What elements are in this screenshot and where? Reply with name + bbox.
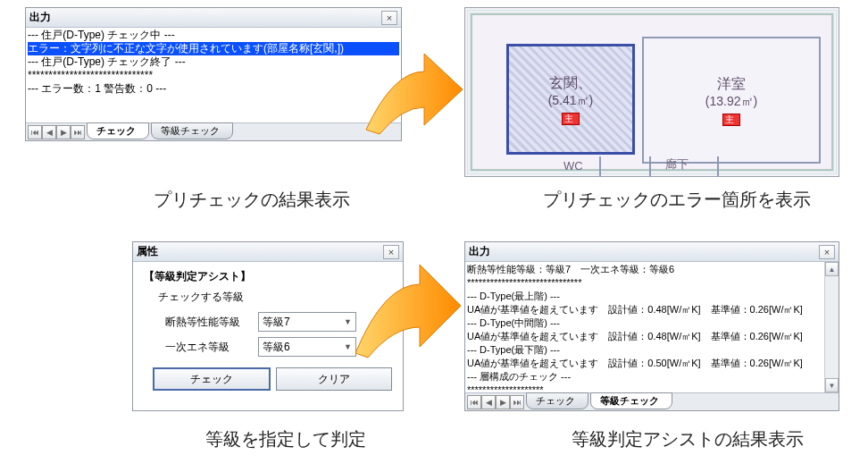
output-line[interactable]: --- 層構成のチェック --- <box>467 370 822 384</box>
panel-title: 属性 <box>137 244 383 259</box>
room-youshitsu[interactable]: 洋室 (13.92㎡) <box>642 37 821 164</box>
output-line[interactable]: --- 住戸(D-Type) チェック終了 --- <box>28 55 399 69</box>
arrow-icon <box>357 45 464 143</box>
caption-grade-result: 等級判定アシストの結果表示 <box>572 427 804 451</box>
check-button[interactable]: チェック <box>153 367 271 391</box>
room-wc-label: WC <box>563 159 583 173</box>
tab-check[interactable]: チェック <box>87 122 149 139</box>
next-icon[interactable]: ▶ <box>496 395 510 409</box>
output-line[interactable]: 断熱等性能等級：等級7 一次エネ等級：等級6 <box>467 263 822 276</box>
caption-specify-grade: 等級を指定して判定 <box>205 427 366 451</box>
select-value: 等級7 <box>263 315 290 330</box>
first-icon[interactable]: ⏮ <box>467 395 481 409</box>
titlebar: 出力 × <box>465 242 839 262</box>
output-list: --- 住戸(D-Type) チェック中 --- エラー：文字列に不正な文字が使… <box>26 28 401 122</box>
output-list: 断熱等性能等級：等級7 一次エネ等級：等級6 *****************… <box>465 262 839 392</box>
close-icon[interactable]: × <box>819 245 835 259</box>
wall-segment <box>599 156 601 176</box>
panel-title: 出力 <box>469 244 819 259</box>
output-line[interactable]: ****************************** <box>28 69 399 82</box>
tab-check[interactable]: チェック <box>526 392 588 409</box>
output-panel-grade: 出力 × 断熱等性能等級：等級7 一次エネ等級：等級6 ************… <box>464 241 839 411</box>
output-line[interactable]: ******************** <box>467 384 822 392</box>
next-icon[interactable]: ▶ <box>56 125 71 139</box>
energy-grade-select[interactable]: 等級6 ▼ <box>258 337 356 357</box>
caption-precheck-result: プリチェックの結果表示 <box>154 188 350 212</box>
last-icon[interactable]: ⏭ <box>510 395 524 409</box>
output-line-selected[interactable]: エラー：文字列に不正な文字が使用されています(部屋名称[玄関,]) <box>28 42 399 55</box>
titlebar: 出力 × <box>26 8 401 28</box>
arrow-icon <box>346 259 463 367</box>
caption-precheck-error: プリチェックのエラー箇所を表示 <box>543 188 811 212</box>
output-line[interactable]: --- D-Type(中間階) --- <box>467 316 822 330</box>
output-line[interactable]: UA値が基準値を超えています 設計値：0.48[W/㎡K] 基準値：0.26[W… <box>467 303 822 316</box>
wall-segment <box>717 156 719 176</box>
room-area: (13.92㎡) <box>705 94 757 110</box>
floor-plan: 玄関、 (5.41㎡) 洋室 (13.92㎡) WC 廊下 <box>464 7 839 177</box>
output-line[interactable]: --- D-Type(最下階) --- <box>467 343 822 357</box>
scroll-up-icon[interactable]: ▲ <box>825 262 839 276</box>
tabstrip: ⏮ ◀ ▶ ⏭ チェック 等級チェック <box>26 122 401 140</box>
main-room-badge-icon <box>562 113 580 125</box>
output-line[interactable]: --- D-Type(最上階) --- <box>467 290 822 303</box>
scroll-down-icon[interactable]: ▼ <box>825 378 839 392</box>
main-room-badge-icon <box>722 114 740 126</box>
select-value: 等級6 <box>263 340 290 355</box>
last-icon[interactable]: ⏭ <box>71 125 85 139</box>
output-line[interactable]: --- 住戸(D-Type) チェック中 --- <box>28 29 399 42</box>
room-label: 玄関、 <box>549 74 592 93</box>
output-panel-precheck: 出力 × --- 住戸(D-Type) チェック中 --- エラー：文字列に不正… <box>25 7 402 141</box>
close-icon[interactable]: × <box>383 245 399 259</box>
wall-segment <box>649 156 651 176</box>
tabstrip: ⏮ ◀ ▶ ⏭ チェック 等級チェック <box>465 392 839 410</box>
close-icon[interactable]: × <box>381 11 397 25</box>
output-line[interactable]: ****************************** <box>467 276 822 290</box>
insulation-grade-label: 断熱等性能等級 <box>165 315 251 330</box>
vertical-scrollbar[interactable]: ▲ ▼ <box>824 262 839 392</box>
room-genkan[interactable]: 玄関、 (5.41㎡) <box>506 44 635 155</box>
room-area: (5.41㎡) <box>548 93 594 109</box>
prev-icon[interactable]: ◀ <box>481 395 496 409</box>
output-line[interactable]: --- エラー数：1 警告数：0 --- <box>28 82 399 96</box>
room-label: 洋室 <box>717 75 746 94</box>
prev-icon[interactable]: ◀ <box>42 125 56 139</box>
output-line[interactable]: UA値が基準値を超えています 設計値：0.48[W/㎡K] 基準値：0.26[W… <box>467 330 822 343</box>
energy-grade-label: 一次エネ等級 <box>165 340 251 355</box>
first-icon[interactable]: ⏮ <box>28 125 42 139</box>
output-line[interactable]: UA値が基準値を超えています 設計値：0.50[W/㎡K] 基準値：0.26[W… <box>467 357 822 370</box>
tab-grade-check[interactable]: 等級チェック <box>151 122 233 139</box>
room-corridor-label: 廊下 <box>665 156 689 173</box>
tab-grade-check[interactable]: 等級チェック <box>590 392 672 409</box>
panel-title: 出力 <box>29 10 381 25</box>
clear-button[interactable]: クリア <box>276 367 392 391</box>
insulation-grade-select[interactable]: 等級7 ▼ <box>258 312 356 332</box>
